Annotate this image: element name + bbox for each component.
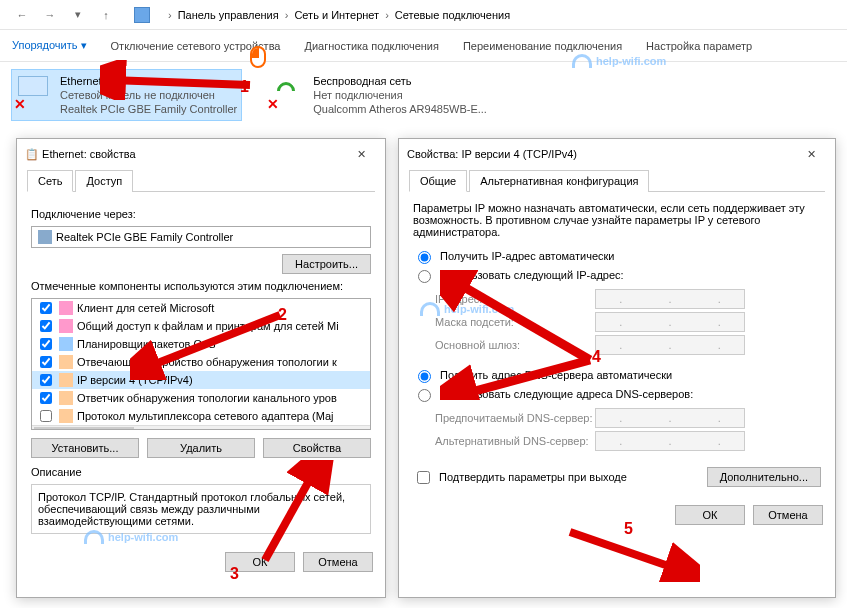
uninstall-button[interactable]: Удалить xyxy=(147,438,255,458)
radio-dns-manual[interactable]: Использовать следующие адреса DNS-сервер… xyxy=(413,386,821,402)
advanced-button[interactable]: Дополнительно... xyxy=(707,467,821,487)
gateway-field: ... xyxy=(595,335,745,355)
subnet-mask-label: Маска подсети: xyxy=(435,316,595,328)
list-item: Общий доступ к файлам и принтерам для се… xyxy=(32,317,370,335)
cancel-button[interactable]: Отмена xyxy=(303,552,373,572)
dialog-title: Свойства: IP версии 4 (TCP/IPv4) xyxy=(407,148,577,160)
service-icon xyxy=(59,301,73,315)
protocol-icon xyxy=(59,373,73,387)
ok-button[interactable]: ОК xyxy=(225,552,295,572)
nav-back-icon[interactable]: ← xyxy=(12,5,32,25)
ok-button[interactable]: ОК xyxy=(675,505,745,525)
ipv4-properties-dialog: Свойства: IP версии 4 (TCP/IPv4) ✕ Общие… xyxy=(398,138,836,598)
description-label: Описание xyxy=(31,466,371,478)
install-button[interactable]: Установить... xyxy=(31,438,139,458)
dns2-label: Альтернативный DNS-сервер: xyxy=(435,435,595,447)
connection-device: Qualcomm Atheros AR9485WB-E... xyxy=(313,102,487,116)
nav-up-icon[interactable]: ↑ xyxy=(96,5,116,25)
connection-name: Ethernet xyxy=(60,74,237,88)
dns2-field: ... xyxy=(595,431,745,451)
protocol-icon xyxy=(59,409,73,423)
list-item-ipv4: IP версии 4 (TCP/IPv4) xyxy=(32,371,370,389)
protocol-icon xyxy=(59,391,73,405)
diagnose-link[interactable]: Диагностика подключения xyxy=(304,40,438,52)
nav-dropdown-icon[interactable]: ▾ xyxy=(68,5,88,25)
nav-forward-icon[interactable]: → xyxy=(40,5,60,25)
validate-checkbox[interactable]: Подтвердить параметры при выходе xyxy=(413,468,627,487)
address-bar: ← → ▾ ↑ › Панель управления › Сеть и Инт… xyxy=(0,0,847,30)
connection-status: Нет подключения xyxy=(313,88,487,102)
dns1-field: ... xyxy=(595,408,745,428)
close-icon[interactable]: ✕ xyxy=(343,143,379,165)
connect-via-label: Подключение через: xyxy=(31,208,371,220)
connection-device: Realtek PCIe GBE Family Controller xyxy=(60,102,237,116)
control-panel-icon xyxy=(134,7,150,23)
tab-general[interactable]: Общие xyxy=(409,170,467,192)
breadcrumb-root[interactable]: Панель управления xyxy=(178,9,279,21)
service-icon xyxy=(59,337,73,351)
radio-ip-manual[interactable]: Использовать следующий IP-адрес: xyxy=(413,267,821,283)
radio-dns-auto[interactable]: Получить адрес DNS-сервера автоматически xyxy=(413,367,821,383)
configure-button[interactable]: Настроить... xyxy=(282,254,371,274)
service-icon xyxy=(59,319,73,333)
command-bar: Упорядочить ▾ Отключение сетевого устрой… xyxy=(0,30,847,62)
ip-address-field: ... xyxy=(595,289,745,309)
connection-name: Беспроводная сеть xyxy=(313,74,487,88)
wifi-icon: ✕ xyxy=(269,74,305,110)
list-item: Планировщик пакетов QoS xyxy=(32,335,370,353)
organize-menu[interactable]: Упорядочить ▾ xyxy=(12,39,87,52)
scrollbar-horizontal[interactable]: ▸ xyxy=(32,425,370,430)
list-item: Протокол мультиплексора сетевого адаптер… xyxy=(32,407,370,425)
nic-icon xyxy=(38,230,52,244)
ethernet-icon: ✕ xyxy=(16,74,52,110)
intro-text: Параметры IP можно назначать автоматичес… xyxy=(413,202,821,238)
connection-wifi[interactable]: ✕ Беспроводная сеть Нет подключения Qual… xyxy=(265,70,491,120)
dialog-title: 📋 Ethernet: свойства xyxy=(25,148,136,161)
settings-link[interactable]: Настройка параметр xyxy=(646,40,752,52)
ip-address-label: IP-адрес: xyxy=(435,293,595,305)
components-listbox[interactable]: Клиент для сетей Microsoft Общий доступ … xyxy=(31,298,371,430)
tab-network[interactable]: Сеть xyxy=(27,170,73,192)
properties-button[interactable]: Свойства xyxy=(263,438,371,458)
breadcrumb-l2[interactable]: Сетевые подключения xyxy=(395,9,510,21)
breadcrumb-l1[interactable]: Сеть и Интернет xyxy=(294,9,379,21)
subnet-mask-field: ... xyxy=(595,312,745,332)
connection-ethernet[interactable]: ✕ Ethernet Сетевой кабель не подключен R… xyxy=(12,70,241,120)
list-item: Клиент для сетей Microsoft xyxy=(32,299,370,317)
gateway-label: Основной шлюз: xyxy=(435,339,595,351)
rename-link[interactable]: Переименование подключения xyxy=(463,40,622,52)
cursor-annotation-icon xyxy=(250,46,270,72)
tab-alt-config[interactable]: Альтернативная конфигурация xyxy=(469,170,649,192)
list-item: Ответчик обнаружения топологии канальног… xyxy=(32,389,370,407)
close-icon[interactable]: ✕ xyxy=(793,143,829,165)
ethernet-properties-dialog: 📋 Ethernet: свойства ✕ Сеть Доступ Подкл… xyxy=(16,138,386,598)
tab-access[interactable]: Доступ xyxy=(75,170,133,192)
connection-status: Сетевой кабель не подключен xyxy=(60,88,237,102)
components-label: Отмеченные компоненты используются этим … xyxy=(31,280,371,292)
radio-ip-auto[interactable]: Получить IP-адрес автоматически xyxy=(413,248,821,264)
list-item: Отвечающее устройство обнаружения тополо… xyxy=(32,353,370,371)
adapter-field: Realtek PCIe GBE Family Controller xyxy=(31,226,371,248)
cancel-button[interactable]: Отмена xyxy=(753,505,823,525)
description-text: Протокол TCP/IP. Стандартный протокол гл… xyxy=(31,484,371,534)
breadcrumb[interactable]: › Панель управления › Сеть и Интернет › … xyxy=(166,9,510,21)
dns1-label: Предпочитаемый DNS-сервер: xyxy=(435,412,595,424)
connections-panel: ✕ Ethernet Сетевой кабель не подключен R… xyxy=(0,62,847,128)
protocol-icon xyxy=(59,355,73,369)
